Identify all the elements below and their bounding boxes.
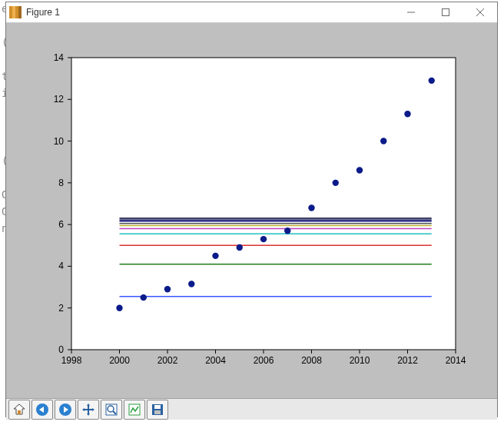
svg-rect-36 [154, 410, 161, 414]
figure-window: Figure 1 1998200020022004200620082010201… [5, 2, 498, 417]
scatter-point [116, 305, 122, 311]
back-button[interactable] [32, 400, 53, 420]
scatter-point [333, 180, 339, 186]
x-tick-label: 2002 [158, 355, 178, 366]
chart: 1998200020022004200620082010201220140246… [10, 27, 493, 394]
title-bar: Figure 1 [6, 2, 497, 23]
zoom-button[interactable] [101, 400, 122, 420]
scatter-point [429, 78, 435, 84]
app-icon [9, 6, 22, 18]
y-tick-label: 0 [58, 344, 64, 355]
close-button[interactable] [463, 2, 497, 22]
x-tick-label: 2010 [350, 355, 370, 366]
zoom-icon [104, 403, 118, 417]
y-tick-label: 10 [54, 136, 65, 147]
scatter-point [188, 281, 194, 287]
minimize-button[interactable] [393, 2, 428, 22]
svg-rect-35 [154, 405, 161, 409]
svg-rect-1 [442, 9, 449, 16]
scatter-point [380, 138, 386, 144]
save-button[interactable] [147, 400, 168, 420]
home-button[interactable] [8, 400, 30, 420]
scatter-point [212, 253, 218, 259]
plot-area: 1998200020022004200620082010201220140246… [10, 27, 493, 394]
scatter-point [356, 167, 363, 173]
save-icon [151, 403, 164, 417]
svg-rect-23 [18, 410, 21, 414]
y-tick-label: 6 [58, 219, 64, 230]
x-tick-label: 2006 [254, 355, 274, 366]
y-tick-label: 2 [58, 303, 64, 314]
subplots-icon [128, 403, 141, 417]
window-title: Figure 1 [26, 7, 60, 18]
pan-button[interactable] [78, 400, 99, 420]
arrow-right-icon [58, 403, 72, 417]
scatter-point [404, 111, 410, 117]
scatter-point [237, 244, 243, 251]
home-icon [12, 403, 26, 417]
x-tick-label: 2008 [301, 355, 322, 366]
scatter-point [260, 236, 267, 242]
subplots-button[interactable] [124, 400, 145, 420]
y-tick-label: 14 [54, 52, 65, 63]
svg-rect-4 [71, 58, 456, 350]
x-tick-label: 2004 [205, 355, 226, 366]
y-tick-label: 4 [58, 261, 64, 271]
x-tick-label: 2014 [446, 355, 466, 366]
scatter-point [164, 286, 171, 292]
x-tick-label: 1998 [61, 355, 82, 366]
x-tick-label: 2000 [109, 355, 130, 366]
scatter-point [141, 294, 147, 300]
arrow-left-icon [35, 403, 49, 417]
y-tick-label: 12 [54, 94, 65, 105]
scatter-point [308, 204, 314, 211]
maximize-button[interactable] [428, 2, 463, 22]
x-tick-label: 2012 [397, 355, 418, 366]
move-icon [81, 403, 95, 417]
forward-button[interactable] [55, 400, 76, 420]
mpl-toolbar [6, 398, 497, 420]
scatter-point [284, 227, 290, 234]
y-tick-label: 8 [58, 178, 64, 188]
